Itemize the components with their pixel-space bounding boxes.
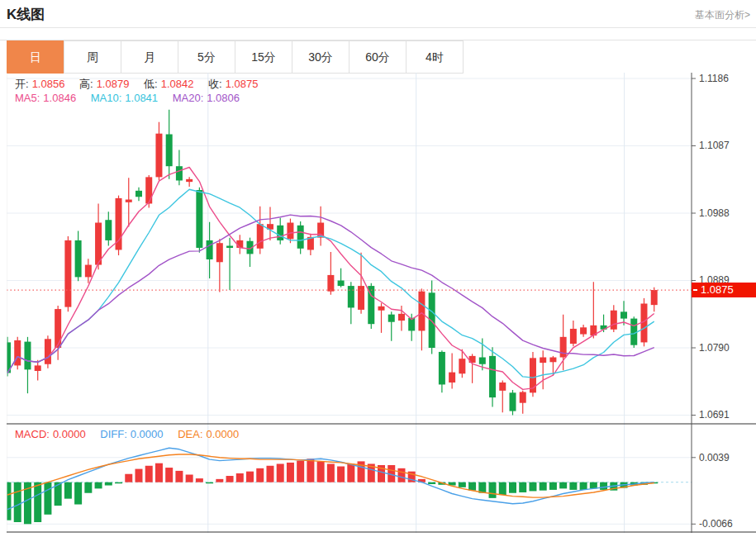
current-price-tag: 1.0875 <box>692 283 756 297</box>
low-label: 低: <box>144 78 158 90</box>
y-axis-tick: 1.0988 <box>699 207 755 220</box>
candlestick-macd-canvas[interactable] <box>7 73 756 533</box>
page-title: K线图 <box>7 5 45 24</box>
open-value: 1.0856 <box>32 78 65 90</box>
tab-4hour[interactable]: 4时 <box>406 40 464 74</box>
ma5-value: 1.0846 <box>43 92 76 104</box>
tab-60min[interactable]: 60分 <box>349 40 407 74</box>
macd-axis-tick: -0.0066 <box>699 517 755 530</box>
y-axis-tick: 1.1087 <box>699 139 755 152</box>
close-label: 收: <box>208 78 222 90</box>
ma10-value: 1.0841 <box>125 92 158 104</box>
y-axis-tick: 1.0691 <box>699 408 755 421</box>
header: K线图 基本面分析> <box>0 0 756 28</box>
open-label: 开: <box>15 78 29 90</box>
diff-label: DIFF: <box>100 428 127 440</box>
high-value: 1.0879 <box>97 78 130 90</box>
dea-value: 0.0000 <box>207 428 240 440</box>
macd-label: MACD: <box>15 428 50 440</box>
macd-value: 0.0000 <box>53 428 86 440</box>
high-label: 高: <box>79 78 93 90</box>
tab-15min[interactable]: 15分 <box>235 40 292 74</box>
interval-tabs: 日 周 月 5分 15分 30分 60分 4时 <box>7 40 464 74</box>
fundamental-analysis-link[interactable]: 基本面分析> <box>695 8 750 22</box>
ma20-value: 1.0806 <box>207 92 240 104</box>
low-value: 1.0842 <box>161 78 194 90</box>
ma10-label: MA10: <box>91 92 122 104</box>
ohlc-legend: 开:1.0856 高:1.0879 低:1.0842 收:1.0875 <box>15 77 261 92</box>
tab-daily[interactable]: 日 <box>7 40 64 74</box>
ma-legend: MA5:1.0846 MA10:1.0841 MA20:1.0806 <box>15 92 243 104</box>
macd-legend: MACD:0.0000 DIFF:0.0000 DEA:0.0000 <box>15 428 242 440</box>
y-axis-tick: 1.1186 <box>699 72 755 85</box>
diff-value: 0.0000 <box>131 428 164 440</box>
tab-30min[interactable]: 30分 <box>292 40 349 74</box>
tab-weekly[interactable]: 周 <box>64 40 121 74</box>
interval-tabstrip: 日 周 月 5分 15分 30分 60分 4时 <box>0 40 756 74</box>
dea-label: DEA: <box>178 428 202 440</box>
macd-axis-tick: 0.0039 <box>699 451 755 464</box>
tab-monthly[interactable]: 月 <box>121 40 178 74</box>
y-axis-tick: 1.0790 <box>699 341 755 354</box>
ma5-label: MA5: <box>15 92 40 104</box>
tab-5min[interactable]: 5分 <box>178 40 235 74</box>
ma20-label: MA20: <box>173 92 204 104</box>
close-value: 1.0875 <box>226 78 259 90</box>
kline-page: K线图 基本面分析> 日 周 月 5分 15分 30分 60分 4时 开:1.0… <box>0 0 756 537</box>
chart-region: 开:1.0856 高:1.0879 低:1.0842 收:1.0875 MA5:… <box>7 73 756 533</box>
